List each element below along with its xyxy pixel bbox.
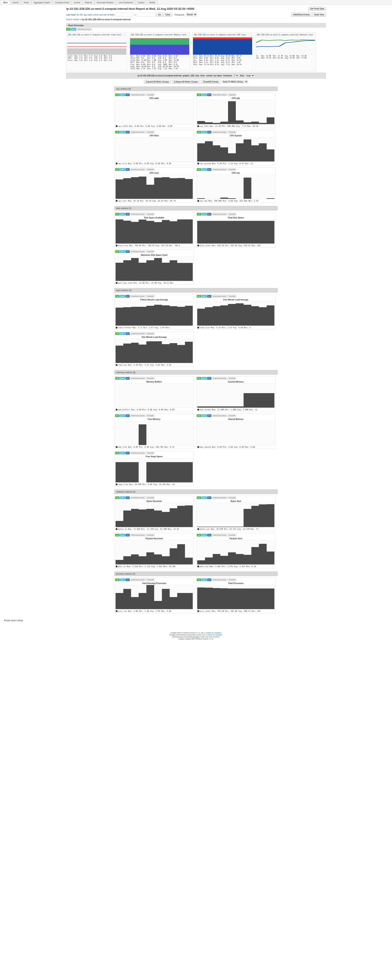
csv-button[interactable]: csv [197, 295, 201, 298]
timeshift-button[interactable]: Timeshift [146, 332, 155, 335]
group-header[interactable]: memory metrics (5) [114, 370, 278, 375]
nav-tab-events[interactable]: Events [72, 0, 83, 5]
timeshift-button[interactable]: Timeshift [228, 131, 236, 134]
csv-button[interactable]: csv [115, 213, 120, 216]
flot-button[interactable]: flot [126, 131, 130, 134]
hide-events-button[interactable]: Hide/Show Events [212, 94, 227, 96]
hide-events-button[interactable]: Hide/Show Events [130, 452, 145, 454]
timeshift-button[interactable]: Timeshift [228, 213, 236, 216]
flot-button[interactable]: flot [207, 534, 212, 536]
group-header[interactable]: cpu metrics (6) [114, 86, 278, 91]
timeshift-button[interactable]: Timeshift [146, 452, 155, 454]
json-button[interactable]: json [120, 414, 125, 417]
csv-button[interactable]: csv [197, 131, 201, 134]
time-link-year[interactable]: year [99, 14, 103, 16]
footer-check-updates-1[interactable]: Check for Updates. [206, 632, 222, 634]
hide-events-button[interactable]: Hide/Show Events [212, 414, 227, 417]
hide-events-button[interactable]: Hide/Show Events [212, 213, 227, 216]
flot-button[interactable]: flot [207, 168, 212, 171]
json-button[interactable]: json [120, 213, 125, 216]
json-button[interactable]: json [120, 579, 125, 581]
flot-button[interactable]: flot [207, 213, 212, 216]
hide-events-button[interactable]: Hide/Show Events [212, 295, 227, 298]
json-button[interactable]: json [202, 295, 207, 298]
footer-rrdtool-link[interactable]: RRDtool [195, 638, 202, 640]
csv-button[interactable]: csv [197, 496, 201, 499]
timeshift-button[interactable]: Timeshift [228, 414, 236, 417]
get-fresh-button[interactable]: Get Fresh Data [308, 7, 326, 11]
hide-events-button[interactable]: Hide/Show Events [130, 295, 145, 298]
json-button[interactable]: json [202, 168, 207, 171]
nav-tab-compare-hosts[interactable]: Compare Hosts [53, 0, 72, 5]
csv-button[interactable]: csv [115, 452, 120, 454]
footer-check-updates-2[interactable]: Check for Updates. [207, 634, 223, 636]
flot-button[interactable]: flot [207, 94, 212, 96]
flot-button[interactable]: flot [126, 295, 130, 298]
chart-area[interactable] [115, 458, 193, 482]
hide-events-button[interactable]: Hide/Show Events [130, 131, 145, 134]
flot-button[interactable]: flot [126, 414, 130, 417]
chart-area[interactable] [115, 540, 193, 565]
nav-tab-search[interactable]: Search [10, 0, 21, 5]
flot-button[interactable]: flot [126, 94, 130, 96]
csv-button[interactable]: csv [115, 250, 120, 253]
json-button[interactable]: json [120, 496, 125, 499]
chart-area[interactable] [197, 540, 275, 565]
chart-area[interactable] [115, 175, 193, 199]
flot-button[interactable]: flot [126, 579, 130, 581]
timeshift-button[interactable]: Timeshift [228, 168, 236, 171]
hide-events-button[interactable]: Hide/Show Events [212, 131, 227, 134]
chart-area[interactable] [115, 383, 193, 408]
time-link-job[interactable]: job [104, 14, 106, 16]
timeshift-button[interactable]: Timeshift [228, 534, 236, 536]
json-button[interactable]: json [202, 94, 207, 96]
chart-area[interactable] [115, 219, 193, 244]
nav-tab-live-dashboard[interactable]: Live Dashboard [116, 0, 135, 5]
overview-graph-area[interactable] [193, 37, 252, 55]
chart-area[interactable] [197, 175, 275, 199]
timeshift-button[interactable]: Timeshift [146, 295, 155, 298]
json-button[interactable]: json [120, 250, 125, 253]
time-link-week[interactable]: week [88, 14, 92, 16]
flot-button[interactable]: flot [207, 579, 212, 581]
time-link-hour[interactable]: hour [71, 14, 76, 16]
timeshift-button[interactable]: Timeshift [146, 534, 155, 536]
clear-button[interactable]: Clear [164, 13, 172, 16]
hide-events-button[interactable]: Hide/Show Events [76, 28, 92, 30]
hide-events-button[interactable]: Hide/Show Events [212, 168, 227, 171]
group-header[interactable]: process metrics (2) [114, 571, 278, 576]
timeshift-button[interactable]: Timeshift [228, 579, 236, 581]
chart-area[interactable] [115, 256, 193, 281]
csv-button[interactable]: csv [66, 28, 71, 30]
json-button[interactable]: json [202, 496, 207, 499]
to-input[interactable] [137, 13, 155, 16]
flot-button[interactable]: flot [126, 332, 130, 335]
time-link-2hr[interactable]: 2hr [76, 14, 79, 16]
json-button[interactable]: json [120, 534, 125, 536]
nav-tab-mobile[interactable]: Mobile [147, 0, 158, 5]
flot-button[interactable]: flot [207, 131, 212, 134]
json-button[interactable]: json [202, 414, 207, 417]
time-link-day[interactable]: day [83, 14, 87, 16]
csv-button[interactable]: csv [115, 94, 120, 96]
collapse-all-button[interactable]: Collapse All Metric Groups [172, 80, 200, 84]
chart-area[interactable] [115, 100, 193, 124]
flot-button[interactable]: flot [207, 414, 212, 417]
timeshift-button[interactable]: Timeshift [228, 94, 236, 96]
csv-button[interactable]: csv [197, 377, 201, 380]
csv-button[interactable]: csv [197, 414, 201, 417]
hide-events-button[interactable]: Hide/Show Events [212, 377, 227, 380]
json-button[interactable]: json [202, 579, 207, 581]
chart-area[interactable] [197, 383, 275, 408]
json-button[interactable]: json [120, 94, 125, 96]
flot-button[interactable]: flot [126, 213, 130, 216]
flot-button[interactable]: flot [126, 168, 130, 171]
json-button[interactable]: json [120, 168, 125, 171]
timeshift-button[interactable]: Timeshift [228, 295, 236, 298]
csv-button[interactable]: csv [197, 534, 201, 536]
csv-button[interactable]: csv [197, 168, 201, 171]
flot-button[interactable]: flot [126, 534, 130, 536]
chart-area[interactable] [197, 421, 275, 445]
flot-button[interactable]: flot [126, 452, 130, 454]
chart-area[interactable] [197, 219, 275, 244]
